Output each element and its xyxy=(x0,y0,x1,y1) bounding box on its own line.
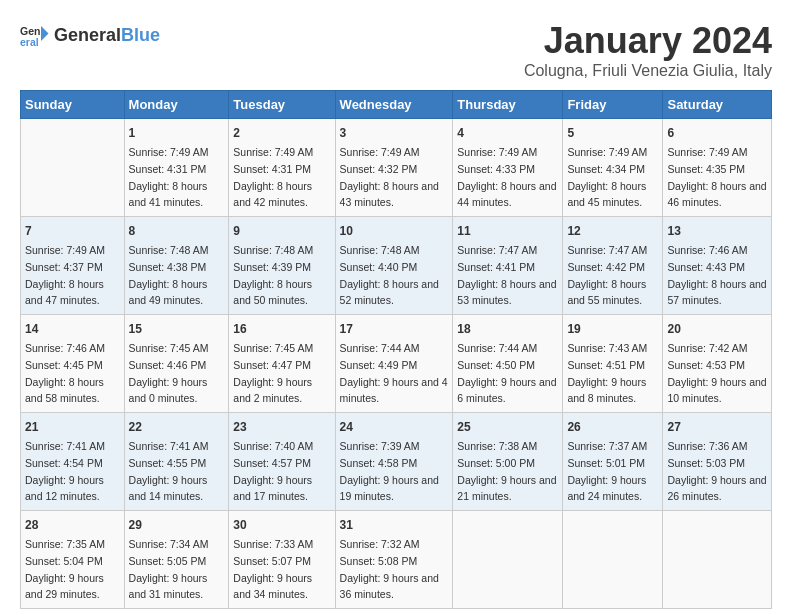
logo-general: General xyxy=(54,25,121,45)
calendar-cell: 28Sunrise: 7:35 AMSunset: 5:04 PMDayligh… xyxy=(21,511,125,609)
day-sunrise: Sunrise: 7:49 AM xyxy=(567,146,647,158)
day-number: 23 xyxy=(233,418,330,436)
calendar-cell: 5Sunrise: 7:49 AMSunset: 4:34 PMDaylight… xyxy=(563,119,663,217)
day-sunrise: Sunrise: 7:49 AM xyxy=(457,146,537,158)
day-sunset: Sunset: 4:38 PM xyxy=(129,261,207,273)
day-number: 30 xyxy=(233,516,330,534)
day-sunrise: Sunrise: 7:47 AM xyxy=(457,244,537,256)
day-number: 10 xyxy=(340,222,449,240)
weekday-header: Wednesday xyxy=(335,91,453,119)
day-sunset: Sunset: 5:01 PM xyxy=(567,457,645,469)
calendar-cell: 23Sunrise: 7:40 AMSunset: 4:57 PMDayligh… xyxy=(229,413,335,511)
day-daylight: Daylight: 9 hours and 29 minutes. xyxy=(25,572,104,601)
day-number: 6 xyxy=(667,124,767,142)
day-daylight: Daylight: 9 hours and 14 minutes. xyxy=(129,474,208,503)
calendar-cell: 24Sunrise: 7:39 AMSunset: 4:58 PMDayligh… xyxy=(335,413,453,511)
day-sunrise: Sunrise: 7:49 AM xyxy=(340,146,420,158)
logo-blue: Blue xyxy=(121,25,160,45)
calendar-cell xyxy=(21,119,125,217)
day-sunrise: Sunrise: 7:35 AM xyxy=(25,538,105,550)
day-sunrise: Sunrise: 7:49 AM xyxy=(667,146,747,158)
day-number: 1 xyxy=(129,124,225,142)
day-number: 27 xyxy=(667,418,767,436)
day-daylight: Daylight: 9 hours and 6 minutes. xyxy=(457,376,556,405)
weekday-header: Monday xyxy=(124,91,229,119)
calendar-cell: 31Sunrise: 7:32 AMSunset: 5:08 PMDayligh… xyxy=(335,511,453,609)
calendar-cell: 18Sunrise: 7:44 AMSunset: 4:50 PMDayligh… xyxy=(453,315,563,413)
day-daylight: Daylight: 9 hours and 17 minutes. xyxy=(233,474,312,503)
day-sunset: Sunset: 4:41 PM xyxy=(457,261,535,273)
day-number: 24 xyxy=(340,418,449,436)
calendar-cell: 9Sunrise: 7:48 AMSunset: 4:39 PMDaylight… xyxy=(229,217,335,315)
day-daylight: Daylight: 9 hours and 2 minutes. xyxy=(233,376,312,405)
weekday-header: Tuesday xyxy=(229,91,335,119)
weekday-header-row: SundayMondayTuesdayWednesdayThursdayFrid… xyxy=(21,91,772,119)
day-daylight: Daylight: 8 hours and 45 minutes. xyxy=(567,180,646,209)
day-number: 3 xyxy=(340,124,449,142)
day-sunrise: Sunrise: 7:40 AM xyxy=(233,440,313,452)
day-sunrise: Sunrise: 7:45 AM xyxy=(129,342,209,354)
day-daylight: Daylight: 8 hours and 49 minutes. xyxy=(129,278,208,307)
day-sunrise: Sunrise: 7:32 AM xyxy=(340,538,420,550)
day-sunset: Sunset: 4:32 PM xyxy=(340,163,418,175)
day-number: 5 xyxy=(567,124,658,142)
day-daylight: Daylight: 8 hours and 47 minutes. xyxy=(25,278,104,307)
day-sunset: Sunset: 4:35 PM xyxy=(667,163,745,175)
day-sunrise: Sunrise: 7:48 AM xyxy=(233,244,313,256)
page-subtitle: Colugna, Friuli Venezia Giulia, Italy xyxy=(524,62,772,80)
day-sunset: Sunset: 4:31 PM xyxy=(233,163,311,175)
day-sunrise: Sunrise: 7:33 AM xyxy=(233,538,313,550)
day-sunrise: Sunrise: 7:49 AM xyxy=(233,146,313,158)
day-daylight: Daylight: 8 hours and 50 minutes. xyxy=(233,278,312,307)
calendar-cell: 10Sunrise: 7:48 AMSunset: 4:40 PMDayligh… xyxy=(335,217,453,315)
day-daylight: Daylight: 9 hours and 4 minutes. xyxy=(340,376,448,405)
day-daylight: Daylight: 9 hours and 21 minutes. xyxy=(457,474,556,503)
day-sunset: Sunset: 4:39 PM xyxy=(233,261,311,273)
day-sunset: Sunset: 4:54 PM xyxy=(25,457,103,469)
page-header: Gen eral GeneralBlue January 2024 Colugn… xyxy=(20,20,772,80)
day-sunrise: Sunrise: 7:44 AM xyxy=(340,342,420,354)
day-daylight: Daylight: 8 hours and 55 minutes. xyxy=(567,278,646,307)
day-sunset: Sunset: 4:47 PM xyxy=(233,359,311,371)
day-sunrise: Sunrise: 7:39 AM xyxy=(340,440,420,452)
calendar-cell: 19Sunrise: 7:43 AMSunset: 4:51 PMDayligh… xyxy=(563,315,663,413)
day-sunrise: Sunrise: 7:41 AM xyxy=(129,440,209,452)
day-daylight: Daylight: 8 hours and 41 minutes. xyxy=(129,180,208,209)
day-number: 28 xyxy=(25,516,120,534)
day-number: 26 xyxy=(567,418,658,436)
day-daylight: Daylight: 8 hours and 53 minutes. xyxy=(457,278,556,307)
day-daylight: Daylight: 9 hours and 36 minutes. xyxy=(340,572,439,601)
day-daylight: Daylight: 9 hours and 8 minutes. xyxy=(567,376,646,405)
day-number: 14 xyxy=(25,320,120,338)
day-sunrise: Sunrise: 7:44 AM xyxy=(457,342,537,354)
day-number: 16 xyxy=(233,320,330,338)
calendar-cell: 8Sunrise: 7:48 AMSunset: 4:38 PMDaylight… xyxy=(124,217,229,315)
day-number: 19 xyxy=(567,320,658,338)
day-sunrise: Sunrise: 7:48 AM xyxy=(340,244,420,256)
day-daylight: Daylight: 9 hours and 26 minutes. xyxy=(667,474,766,503)
day-sunrise: Sunrise: 7:49 AM xyxy=(25,244,105,256)
day-daylight: Daylight: 8 hours and 52 minutes. xyxy=(340,278,439,307)
day-sunset: Sunset: 4:49 PM xyxy=(340,359,418,371)
day-daylight: Daylight: 9 hours and 31 minutes. xyxy=(129,572,208,601)
day-sunset: Sunset: 4:42 PM xyxy=(567,261,645,273)
day-sunset: Sunset: 4:46 PM xyxy=(129,359,207,371)
calendar-cell: 20Sunrise: 7:42 AMSunset: 4:53 PMDayligh… xyxy=(663,315,772,413)
day-sunset: Sunset: 5:05 PM xyxy=(129,555,207,567)
day-number: 17 xyxy=(340,320,449,338)
day-sunrise: Sunrise: 7:43 AM xyxy=(567,342,647,354)
logo-icon: Gen eral xyxy=(20,20,50,50)
day-daylight: Daylight: 8 hours and 57 minutes. xyxy=(667,278,766,307)
day-number: 13 xyxy=(667,222,767,240)
weekday-header: Friday xyxy=(563,91,663,119)
calendar-cell: 21Sunrise: 7:41 AMSunset: 4:54 PMDayligh… xyxy=(21,413,125,511)
calendar-cell: 2Sunrise: 7:49 AMSunset: 4:31 PMDaylight… xyxy=(229,119,335,217)
calendar-cell: 1Sunrise: 7:49 AMSunset: 4:31 PMDaylight… xyxy=(124,119,229,217)
day-sunset: Sunset: 5:00 PM xyxy=(457,457,535,469)
calendar-week-row: 1Sunrise: 7:49 AMSunset: 4:31 PMDaylight… xyxy=(21,119,772,217)
day-daylight: Daylight: 8 hours and 44 minutes. xyxy=(457,180,556,209)
page-title: January 2024 xyxy=(524,20,772,62)
day-daylight: Daylight: 8 hours and 42 minutes. xyxy=(233,180,312,209)
day-daylight: Daylight: 9 hours and 19 minutes. xyxy=(340,474,439,503)
day-sunset: Sunset: 5:07 PM xyxy=(233,555,311,567)
